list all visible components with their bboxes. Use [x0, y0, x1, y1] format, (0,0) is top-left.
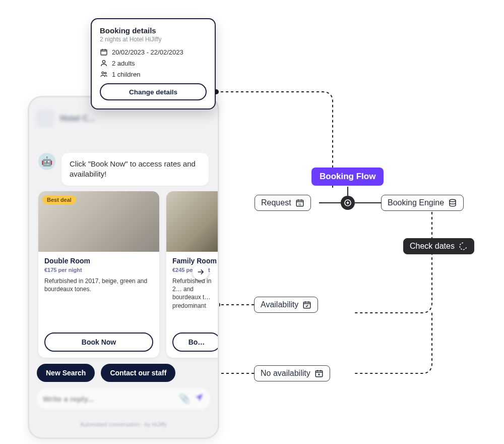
room-name: Double Room: [44, 257, 153, 265]
flow-check-dates: Check dates: [403, 238, 474, 254]
room-price: €175 per night: [44, 267, 153, 273]
brand-name: Hotel C...: [60, 114, 95, 123]
calendar-icon: 31: [295, 198, 304, 207]
room-card[interactable]: Best deal Double Room €175 per night Ref…: [38, 191, 159, 358]
calendar-x-icon: [314, 369, 324, 378]
user-icon: [100, 59, 108, 67]
booking-dates-row: 20/02/2023 - 22/02/2023: [100, 48, 207, 56]
booking-details-popover: Booking details 2 nights at Hotel HiJiff…: [91, 18, 216, 109]
calendar-check-icon: [302, 300, 311, 309]
carousel-next-button[interactable]: [193, 264, 209, 280]
composer-placeholder: Write a reply...: [43, 395, 175, 403]
booking-adults-row: 2 adults: [100, 59, 207, 67]
change-details-button[interactable]: Change details: [100, 83, 207, 100]
plus-icon: [344, 199, 352, 207]
svg-point-2: [102, 72, 104, 74]
attach-icon[interactable]: 📎: [179, 393, 190, 404]
svg-rect-8: [304, 302, 311, 308]
chat-widget: Hotel C... 🤖 Click "Book Now" to access …: [28, 96, 219, 439]
label-text: Booking Engine: [388, 198, 444, 207]
calendar-icon: [100, 48, 108, 56]
svg-text:31: 31: [298, 203, 301, 206]
bot-message-row: 🤖 Click "Book Now" to access rates and a…: [38, 153, 209, 186]
label-text: Check dates: [410, 242, 455, 251]
flow-plus-node: [341, 196, 355, 210]
booking-adults: 2 adults: [112, 60, 135, 67]
room-carousel[interactable]: Best deal Double Room €175 per night Ref…: [38, 191, 218, 358]
room-description: Refurbished in 2017, beige, green and bo…: [44, 277, 153, 293]
room-photo: [166, 191, 219, 252]
svg-rect-0: [101, 49, 107, 55]
svg-rect-9: [316, 371, 323, 377]
widget-header: Hotel C...: [37, 108, 210, 129]
widget-footer: Automated conversation · by HiJiffy: [29, 421, 218, 427]
label-text: Request: [261, 198, 291, 207]
book-now-button[interactable]: Bo…: [172, 332, 219, 352]
room-description: Refurbished in 2… and bourdeaux t… predo…: [172, 277, 219, 310]
best-deal-badge: Best deal: [42, 195, 76, 204]
booking-dates: 20/02/2023 - 22/02/2023: [112, 48, 183, 56]
flow-request: Request 31: [255, 195, 311, 211]
arrow-right-icon: [196, 267, 205, 276]
flow-no-availability: No availability: [254, 365, 330, 381]
send-icon[interactable]: [194, 393, 204, 405]
flow-booking-flow: Booking Flow: [311, 168, 384, 186]
flow-availability: Availability: [254, 297, 318, 313]
label-text: Availability: [261, 300, 298, 309]
room-name: Family Room: [172, 257, 219, 265]
spinner-icon: [459, 242, 468, 251]
svg-point-1: [102, 61, 105, 63]
booking-subtitle: 2 nights at Hotel HiJiffy: [100, 36, 207, 43]
brand-logo: [37, 110, 54, 127]
new-search-button[interactable]: New Search: [37, 364, 95, 382]
contact-staff-button[interactable]: Contact our staff: [101, 364, 175, 382]
bot-avatar: 🤖: [38, 153, 55, 170]
database-icon: [448, 198, 457, 207]
message-composer[interactable]: Write a reply... 📎: [37, 388, 210, 409]
users-icon: [100, 70, 108, 78]
label-text: No availability: [261, 369, 310, 378]
label-text: Booking Flow: [320, 172, 375, 182]
book-now-button[interactable]: Book Now: [44, 332, 153, 352]
bot-message: Click "Book Now" to access rates and ava…: [61, 153, 209, 186]
quick-actions: New Search Contact our staff: [37, 364, 175, 382]
room-photo: Best deal: [38, 191, 159, 252]
svg-point-7: [450, 199, 456, 202]
svg-point-3: [105, 72, 106, 74]
booking-children: 1 children: [112, 71, 140, 78]
flow-booking-engine: Booking Engine: [381, 195, 464, 211]
booking-title: Booking details: [100, 26, 207, 35]
booking-children-row: 1 children: [100, 70, 207, 78]
